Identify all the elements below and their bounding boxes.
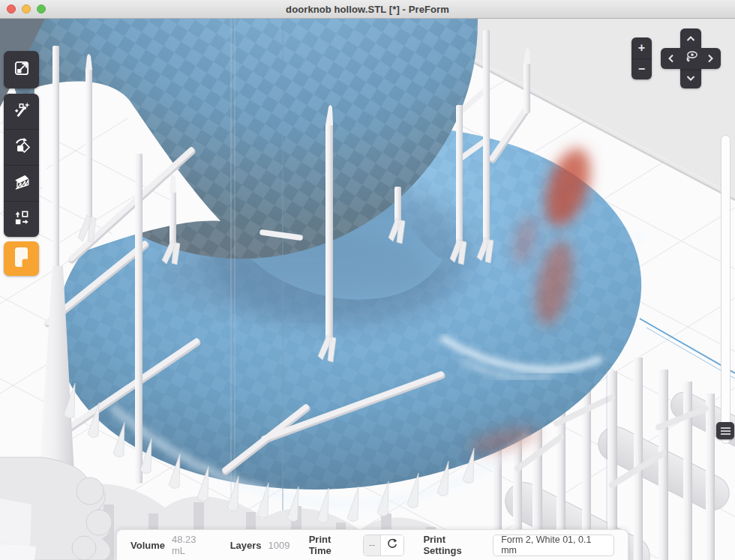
layer-slider-handle[interactable] (716, 422, 734, 439)
rotate-up-button[interactable] (682, 30, 700, 48)
zoom-in-button[interactable]: + (632, 37, 652, 59)
scale-icon (12, 58, 32, 81)
orbit-view-button[interactable] (682, 49, 700, 67)
orient-icon (12, 136, 32, 159)
orbit-eye-icon (682, 49, 699, 68)
layers-value: 1009 (268, 540, 290, 551)
print-time-label: Print Time (309, 534, 355, 556)
tool-group (4, 94, 39, 237)
fullscreen-button[interactable] (37, 4, 46, 13)
size-tool-button[interactable] (4, 51, 39, 88)
window-title: doorknob hollow.STL [*] - PreForm (286, 4, 449, 15)
print-time-value: -- (364, 535, 381, 556)
viewport-3d[interactable] (0, 19, 735, 560)
rotate-right-button[interactable] (701, 49, 719, 67)
volume-label: Volume (130, 540, 165, 551)
orientation-tool-button[interactable] (4, 130, 39, 166)
print-settings-selector[interactable]: Form 2, White 01, 0.1 mm (493, 535, 614, 556)
zoom-out-button[interactable]: − (632, 59, 652, 80)
minimize-button[interactable] (22, 4, 31, 13)
zoom-control: + − (632, 37, 652, 79)
print-button[interactable] (4, 241, 39, 276)
one-click-print-tool-button[interactable] (4, 94, 39, 130)
status-bar: Volume 48.23 mL Layers 1009 Print Time -… (116, 529, 628, 560)
print-cartridge-icon (11, 246, 32, 271)
view-nav-pad (661, 28, 721, 88)
layers-label: Layers (230, 540, 262, 551)
layout-icon (12, 208, 32, 231)
print-settings-label: Print Settings (423, 534, 484, 556)
print-time-control: -- (363, 535, 404, 556)
refresh-icon (386, 538, 398, 553)
magic-wand-icon (12, 100, 32, 123)
volume-value: 48.23 mL (172, 534, 211, 556)
layer-slider-track[interactable] (721, 135, 730, 444)
rotate-left-button[interactable] (662, 49, 680, 67)
preform-window: doorknob hollow.STL [*] - PreForm (0, 0, 735, 560)
supports-icon (12, 172, 32, 195)
supports-tool-button[interactable] (4, 166, 39, 202)
grip-lines-icon (721, 427, 730, 435)
rotate-down-button[interactable] (682, 69, 700, 87)
close-button[interactable] (7, 4, 16, 13)
refresh-print-time-button[interactable] (381, 535, 404, 556)
layout-tool-button[interactable] (4, 202, 39, 237)
title-bar: doorknob hollow.STL [*] - PreForm (0, 0, 735, 19)
